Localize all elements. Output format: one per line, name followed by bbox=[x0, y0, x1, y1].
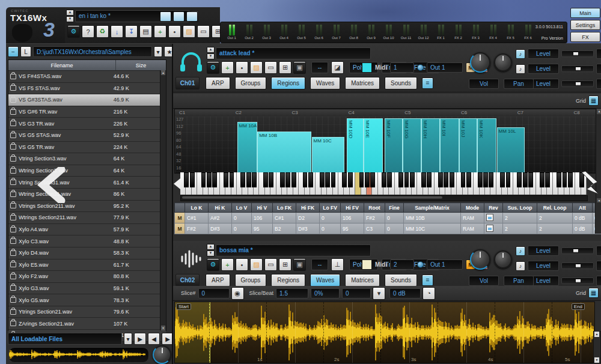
table-row[interactable]: VS G#3STAS.wav46.9 K bbox=[8, 94, 166, 106]
add-icon[interactable]: + bbox=[154, 25, 166, 38]
layout-toggle-2-button[interactable] bbox=[173, 11, 185, 22]
table-cell[interactable]: 106 bbox=[341, 213, 364, 223]
pan-button[interactable]: Pan bbox=[504, 276, 534, 286]
table-cell[interactable]: 2 bbox=[537, 213, 573, 223]
table-row[interactable]: VS F#4STAS.wav44.6 K bbox=[8, 71, 166, 83]
midi-channel-field[interactable]: 1 bbox=[390, 62, 414, 73]
table-cell[interactable]: 2 bbox=[503, 223, 537, 234]
paste-icon[interactable]: ▣ bbox=[293, 61, 306, 74]
contrast-icon[interactable]: ◪ bbox=[331, 61, 344, 74]
black-key[interactable] bbox=[545, 172, 550, 187]
table-cell[interactable]: C3 bbox=[364, 223, 385, 234]
table-cell[interactable]: 0 bbox=[385, 213, 404, 223]
equalizer-button[interactable]: = bbox=[422, 77, 433, 89]
tab-matrices[interactable]: Matrices bbox=[345, 77, 380, 89]
slice-marker[interactable] bbox=[466, 302, 467, 363]
file-list-scrollbar[interactable]: ▲▼ bbox=[160, 70, 166, 330]
slice-marker[interactable] bbox=[209, 302, 210, 363]
table-row[interactable]: VS G5 TR.wav224 K bbox=[8, 142, 166, 154]
midi-channel-field[interactable]: 2 bbox=[390, 259, 414, 270]
table-row[interactable]: Vtrings Section211.wav95.2 K bbox=[8, 201, 166, 213]
region-table-scrollbar[interactable] bbox=[595, 202, 601, 234]
grid-toggle-button[interactable]: ▦ bbox=[588, 96, 599, 106]
slice-beat-field[interactable]: 1.5 bbox=[276, 288, 308, 299]
preview-play-button[interactable]: ▶ bbox=[134, 333, 146, 345]
normalize-icon[interactable]: ◔ bbox=[423, 287, 435, 300]
remove-icon[interactable]: • bbox=[236, 258, 248, 271]
table-row[interactable]: Xylo A4.wav57.9 K bbox=[8, 224, 166, 236]
black-key[interactable] bbox=[348, 172, 353, 187]
region-map[interactable]: C1C2C3C4C5C6C7C8 127112968064483216MM 10… bbox=[174, 109, 596, 174]
nav-settings-button[interactable]: Settings bbox=[570, 20, 600, 30]
black-key[interactable] bbox=[517, 172, 522, 187]
tab-waves[interactable]: Waves bbox=[310, 77, 340, 89]
table-cell[interactable]: MM 10B bbox=[404, 213, 461, 223]
black-key[interactable] bbox=[252, 172, 257, 187]
window-icon[interactable]: ▭ bbox=[264, 61, 277, 74]
table-cell[interactable]: C#1 bbox=[273, 213, 296, 223]
program-color-swatch[interactable] bbox=[362, 259, 372, 270]
tab-regions[interactable]: Regions bbox=[271, 274, 305, 287]
black-key[interactable] bbox=[212, 172, 217, 187]
table-cell[interactable]: 2 bbox=[503, 213, 537, 223]
column-header[interactable] bbox=[175, 203, 185, 213]
sample-region[interactable]: MM 10E bbox=[364, 118, 383, 173]
table-row[interactable]: Xylo E5.wav61.7 K bbox=[8, 259, 166, 271]
sample-region[interactable]: MM 10D bbox=[347, 118, 364, 173]
sample-region[interactable]: MM 10I bbox=[440, 118, 459, 173]
black-key[interactable] bbox=[201, 172, 206, 187]
black-key[interactable] bbox=[540, 172, 545, 187]
channel-button[interactable]: Ch02 bbox=[175, 274, 200, 287]
folder-icon[interactable]: ▨ bbox=[250, 61, 263, 74]
stretch-field[interactable]: 0% bbox=[311, 288, 340, 299]
output-select-field[interactable]: Out 1 bbox=[427, 62, 463, 73]
table-row[interactable]: Xylo G5.wav78.3 K bbox=[8, 294, 166, 306]
window-icon[interactable]: ▭ bbox=[197, 25, 210, 38]
layout-toggle-1-button[interactable] bbox=[160, 11, 171, 22]
mute-cell[interactable]: M bbox=[175, 223, 185, 234]
black-key[interactable] bbox=[450, 172, 454, 187]
window-icon[interactable]: ▭ bbox=[264, 258, 277, 271]
drive-button[interactable]: L bbox=[20, 46, 31, 57]
table-row[interactable]: VS G3 TR.wav226 K bbox=[8, 118, 166, 130]
table-row[interactable]: Vtring Section31.wav61.4 K bbox=[8, 177, 166, 189]
fx-destination-field[interactable]: -- bbox=[596, 79, 601, 89]
column-header[interactable]: Rev bbox=[484, 203, 503, 213]
copy-icon[interactable]: ⊞ bbox=[279, 61, 291, 74]
black-key[interactable] bbox=[263, 172, 268, 187]
table-cell[interactable]: A#2 bbox=[209, 213, 232, 223]
table-cell[interactable]: 0 bbox=[385, 223, 404, 234]
black-key[interactable] bbox=[523, 172, 528, 187]
filter-dropdown-button[interactable]: ▾ bbox=[124, 333, 132, 345]
table-cell[interactable]: 0 bbox=[232, 223, 252, 234]
gear-icon[interactable]: ⚙ bbox=[207, 61, 219, 74]
output-select-field[interactable]: Out 1 bbox=[427, 259, 463, 270]
sample-region[interactable]: MM 10L bbox=[497, 127, 525, 173]
pan-button[interactable]: Pan bbox=[504, 79, 534, 89]
black-key[interactable] bbox=[410, 172, 415, 187]
column-header[interactable]: Sample/Matrix bbox=[404, 203, 461, 213]
table-cell[interactable]: RAM bbox=[461, 213, 484, 223]
black-key[interactable] bbox=[421, 172, 426, 187]
gain-field[interactable]: 0 dB bbox=[389, 288, 421, 299]
black-key[interactable] bbox=[269, 172, 273, 187]
preview-autoplay-button[interactable]: ◀ bbox=[148, 333, 160, 345]
black-key[interactable] bbox=[444, 172, 448, 187]
black-key[interactable] bbox=[461, 172, 466, 187]
table-row[interactable]: VS F5 STAS.wav42.9 K bbox=[8, 83, 166, 95]
note-toggle-button[interactable]: ♪ bbox=[516, 261, 525, 271]
tab-groups[interactable]: Groups bbox=[235, 77, 267, 89]
black-key[interactable] bbox=[489, 172, 493, 187]
fx-destination-field[interactable]: FX 2 bbox=[596, 64, 601, 74]
black-key[interactable] bbox=[331, 172, 336, 187]
table-row[interactable]: Wtring Section3.wav64 K bbox=[8, 165, 166, 177]
input-monitor-icon[interactable]: ⊥ bbox=[331, 258, 344, 271]
table-row[interactable]: ZArings Section21.wav107 K bbox=[8, 318, 166, 330]
offset-field[interactable]: 0 bbox=[342, 288, 371, 299]
note-toggle-button[interactable]: ♪ bbox=[516, 49, 525, 59]
table-cell[interactable]: B2 bbox=[273, 223, 296, 234]
wave-scrollbar[interactable]: ▲▼ bbox=[593, 331, 601, 363]
table-cell[interactable]: 106 bbox=[252, 213, 273, 223]
level-button[interactable]: Level bbox=[528, 261, 559, 271]
table-cell[interactable]: F#2 bbox=[364, 213, 385, 223]
